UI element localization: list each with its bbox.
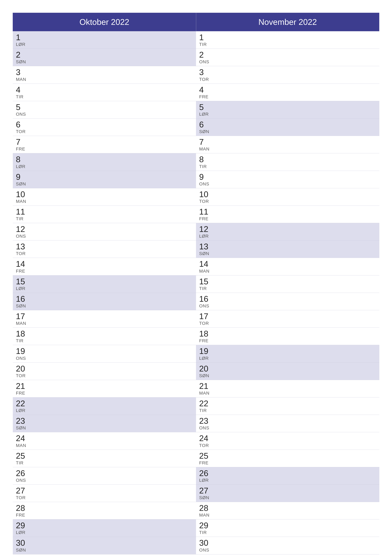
page: Oktober 2022 November 2022 1LØR1TIR2SØN2…	[0, 0, 392, 555]
calendar-row: 28FRE28MAN	[13, 502, 379, 519]
day-number: 30	[16, 538, 193, 548]
month-header-oktober: Oktober 2022	[13, 13, 196, 31]
day-number: 5	[199, 103, 376, 112]
calendar-row: 27TOR27SØN	[13, 484, 379, 502]
day-number: 28	[199, 504, 376, 513]
day-number: 7	[16, 138, 193, 146]
day-name: SØN	[16, 548, 193, 553]
day-number: 2	[16, 50, 193, 59]
day-number: 19	[199, 347, 376, 356]
day-number: 10	[199, 190, 376, 199]
day-name: TOR	[16, 251, 193, 256]
day-number: 19	[16, 347, 193, 356]
day-number: 24	[199, 434, 376, 443]
day-number: 27	[199, 486, 376, 495]
day-number: 9	[16, 172, 193, 182]
day-name: TIR	[16, 338, 193, 343]
day-name: TOR	[16, 129, 193, 134]
day-number: 25	[199, 451, 376, 460]
day-name: ONS	[16, 112, 193, 117]
day-name: LØR	[16, 164, 193, 169]
day-number: 16	[16, 294, 193, 303]
day-number: 22	[16, 399, 193, 408]
calendar-row: 8LØR8TIR	[13, 153, 379, 171]
day-name: FRE	[199, 460, 376, 466]
calendar-row: 4TIR4FRE	[13, 84, 379, 101]
day-number: 29	[199, 521, 376, 530]
day-name: TIR	[199, 408, 376, 413]
day-number: 21	[16, 382, 193, 391]
day-name: ONS	[199, 548, 376, 553]
day-number: 22	[199, 399, 376, 408]
day-name: FRE	[16, 146, 193, 152]
calendar-row: 7FRE7MAN	[13, 136, 379, 153]
calendar-row: 30SØN30ONS	[13, 537, 379, 554]
month-header-november: November 2022	[196, 13, 379, 31]
day-number: 28	[16, 504, 193, 513]
day-name: MAN	[16, 443, 193, 448]
day-name: TIR	[16, 94, 193, 99]
day-number: 8	[16, 155, 193, 164]
day-name: TIR	[16, 216, 193, 221]
calendar-row: 9SØN9ONS	[13, 171, 379, 188]
day-number: 29	[16, 521, 193, 530]
calendar-row: 6TOR6SØN	[13, 118, 379, 136]
day-name: LØR	[16, 530, 193, 535]
day-name: MAN	[199, 391, 376, 396]
day-name: FRE	[199, 94, 376, 99]
calendar-row: 31MAN	[13, 554, 379, 555]
day-name: TIR	[16, 460, 193, 466]
day-name: TOR	[199, 443, 376, 448]
calendar-row: 24MAN24TOR	[13, 432, 379, 450]
day-name: TOR	[16, 373, 193, 378]
day-name: ONS	[199, 182, 376, 187]
day-number: 3	[16, 68, 193, 77]
day-number: 10	[16, 190, 193, 199]
day-number: 6	[199, 120, 376, 129]
day-name: SØN	[16, 303, 193, 308]
day-number: 1	[16, 33, 193, 42]
calendar-row: 22LØR22TIR	[13, 397, 379, 415]
day-name: ONS	[16, 478, 193, 483]
day-name: TOR	[199, 77, 376, 82]
calendar-row: 29LØR29TIR	[13, 519, 379, 537]
calendar-row: 25TIR25FRE	[13, 450, 379, 467]
day-name: LØR	[199, 234, 376, 239]
day-number: 26	[16, 469, 193, 478]
day-name: FRE	[16, 269, 193, 274]
day-name: MAN	[199, 513, 376, 518]
day-name: ONS	[16, 234, 193, 239]
day-number: 16	[199, 294, 376, 303]
day-name: FRE	[199, 338, 376, 343]
day-name: LØR	[199, 478, 376, 483]
calendar-row: 21FRE21MAN	[13, 380, 379, 397]
day-name: MAN	[199, 146, 376, 152]
day-name: LØR	[16, 408, 193, 413]
day-number: 20	[16, 364, 193, 373]
day-name: FRE	[16, 391, 193, 396]
calendar-row: 23SØN23ONS	[13, 415, 379, 432]
day-number: 23	[16, 416, 193, 425]
calendar-row: 18TIR18FRE	[13, 328, 379, 345]
day-number: 14	[199, 259, 376, 269]
calendar-row: 2SØN2ONS	[13, 49, 379, 66]
day-number: 12	[16, 225, 193, 234]
day-name: SØN	[199, 495, 376, 500]
calendar-row: 20TOR20SØN	[13, 362, 379, 380]
day-name: TIR	[199, 530, 376, 535]
day-number: 18	[199, 329, 376, 338]
day-name: ONS	[16, 356, 193, 361]
day-name: SØN	[199, 129, 376, 134]
day-number: 3	[199, 68, 376, 77]
calendar-row: 5ONS5LØR	[13, 101, 379, 118]
day-name: ONS	[199, 303, 376, 308]
day-number: 18	[16, 329, 193, 338]
day-number: 24	[16, 434, 193, 443]
calendar-table: Oktober 2022 November 2022 1LØR1TIR2SØN2…	[13, 13, 379, 555]
day-number: 2	[199, 50, 376, 59]
day-number: 14	[16, 259, 193, 269]
day-name: TOR	[16, 495, 193, 500]
day-name: MAN	[199, 269, 376, 274]
calendar-row: 1LØR1TIR	[13, 31, 379, 49]
day-name: SØN	[199, 373, 376, 378]
